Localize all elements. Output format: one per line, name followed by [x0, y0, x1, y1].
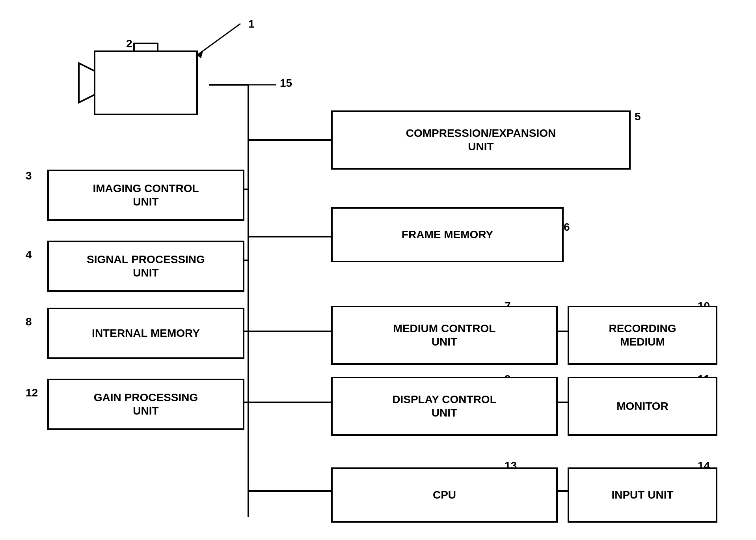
display-control-label: DISPLAY CONTROLUNIT — [392, 393, 496, 419]
label-2: 2 — [126, 37, 132, 50]
diagram: 1 2 15 3 4 8 12 5 6 7 10 9 11 13 14 IMAG… — [0, 0, 756, 540]
imaging-control-label: IMAGING CONTROLUNIT — [93, 182, 199, 208]
input-unit-label: INPUT UNIT — [611, 488, 673, 502]
label-3: 3 — [26, 170, 32, 182]
imaging-control-block: IMAGING CONTROLUNIT — [47, 170, 244, 221]
label-4: 4 — [26, 249, 32, 261]
cpu-label: CPU — [433, 488, 456, 502]
frame-memory-block: FRAME MEMORY — [331, 207, 564, 262]
cpu-block: CPU — [331, 467, 558, 523]
label-5: 5 — [635, 110, 641, 123]
medium-control-label: MEDIUM CONTROLUNIT — [393, 322, 496, 348]
svg-marker-19 — [79, 63, 95, 103]
display-control-block: DISPLAY CONTROLUNIT — [331, 377, 558, 436]
label-1: 1 — [248, 18, 255, 30]
compression-label: COMPRESSION/EXPANSIONUNIT — [406, 127, 556, 153]
svg-rect-18 — [95, 51, 197, 114]
gain-processing-block: GAIN PROCESSINGUNIT — [47, 379, 244, 430]
monitor-label: MONITOR — [616, 400, 668, 413]
recording-medium-label: RECORDINGMEDIUM — [609, 322, 676, 348]
camera-block — [75, 39, 209, 118]
recording-medium-block: RECORDINGMEDIUM — [568, 306, 717, 365]
signal-processing-label: SIGNAL PROCESSINGUNIT — [87, 253, 205, 279]
label-15: 15 — [280, 77, 292, 90]
internal-memory-block: INTERNAL MEMORY — [47, 308, 244, 359]
internal-memory-label: INTERNAL MEMORY — [92, 327, 200, 340]
compression-block: COMPRESSION/EXPANSIONUNIT — [331, 110, 631, 170]
input-unit-block: INPUT UNIT — [568, 467, 717, 523]
monitor-block: MONITOR — [568, 377, 717, 436]
signal-processing-block: SIGNAL PROCESSINGUNIT — [47, 241, 244, 292]
frame-memory-label: FRAME MEMORY — [402, 228, 493, 241]
gain-processing-label: GAIN PROCESSINGUNIT — [94, 391, 198, 417]
medium-control-block: MEDIUM CONTROLUNIT — [331, 306, 558, 365]
label-6: 6 — [564, 221, 570, 234]
label-8: 8 — [26, 316, 32, 328]
svg-rect-20 — [134, 43, 158, 51]
label-12: 12 — [26, 387, 38, 399]
